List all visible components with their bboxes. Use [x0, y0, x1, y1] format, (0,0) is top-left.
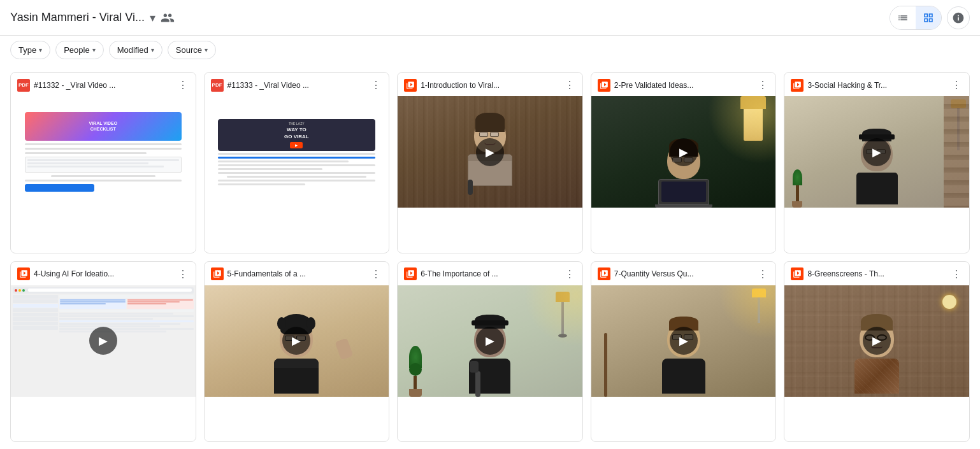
card-title: 4-Using AI For Ideatio... [34, 269, 114, 278]
card-title-row: 6-The Importance of ... [404, 267, 563, 280]
play-button[interactable]: ▶ [89, 327, 117, 355]
card-thumbnail: ▶ [591, 96, 776, 208]
card-ai-ideation[interactable]: 4-Using AI For Ideatio... ⋮ [10, 261, 196, 443]
card-menu-button[interactable]: ⋮ [950, 78, 963, 92]
card-header: 2-Pre Validated Ideas... ⋮ [591, 73, 776, 96]
filter-modified-arrow: ▾ [151, 46, 154, 53]
filter-people-arrow: ▾ [92, 46, 96, 53]
filter-type[interactable]: Type ▾ [10, 41, 50, 59]
card-thumbnail: THE LAZY WAY TO GO VIRAL ▶ [205, 96, 389, 208]
card-title: #11333 - _Viral Video ... [227, 81, 309, 90]
card-header: 1-Introduction to Viral... ⋮ [398, 73, 582, 96]
card-title: #11332 - _Viral Video ... [34, 81, 115, 90]
play-button[interactable]: ▶ [863, 138, 891, 166]
card-pre-validated[interactable]: 2-Pre Validated Ideas... ⋮ [591, 72, 777, 253]
play-button[interactable]: ▶ [282, 327, 310, 355]
card-menu-button[interactable]: ⋮ [370, 267, 382, 282]
card-title: 8-Greenscreens - Th... [807, 269, 884, 278]
card-header: 3-Social Hacking & Tr... ⋮ [784, 73, 969, 96]
card-menu-button[interactable]: ⋮ [756, 267, 769, 282]
card-thumbnail: ▶ [205, 285, 389, 397]
card-thumbnail: VIRAL VIDEOCHECKLIST [11, 96, 196, 208]
card-title-row: 2-Pre Validated Ideas... [598, 79, 757, 92]
filter-bar: Type ▾ People ▾ Modified ▾ Source ▾ [0, 36, 980, 67]
video-icon [791, 267, 803, 280]
view-toggle [890, 6, 942, 30]
card-title-row: PDF #11333 - _Viral Video ... [211, 79, 370, 92]
video-icon [791, 79, 803, 92]
header: Yasin Mammeri - Viral Vi... ▾ [0, 0, 980, 36]
list-view-button[interactable] [890, 6, 916, 29]
card-menu-button[interactable]: ⋮ [177, 78, 189, 92]
card-intro-viral[interactable]: 1-Introduction to Viral... ⋮ [397, 72, 583, 253]
filter-modified-label: Modified [117, 45, 148, 55]
play-button[interactable]: ▶ [863, 327, 891, 355]
video-icon [404, 79, 417, 92]
card-header: 7-Quantity Versus Qu... ⋮ [591, 262, 776, 285]
card-menu-button[interactable]: ⋮ [950, 267, 963, 282]
card-title: 1-Introduction to Viral... [421, 81, 500, 90]
files-grid: PDF #11332 - _Viral Video ... ⋮ VIRAL VI… [0, 67, 980, 447]
filter-type-arrow: ▾ [39, 46, 42, 53]
card-header: 4-Using AI For Ideatio... ⋮ [11, 262, 196, 285]
card-menu-button[interactable]: ⋮ [563, 267, 576, 282]
card-header: PDF #11333 - _Viral Video ... ⋮ [205, 73, 389, 96]
card-header: PDF #11332 - _Viral Video ... ⋮ [11, 73, 196, 96]
filter-people[interactable]: People ▾ [55, 41, 103, 59]
card-social-hacking[interactable]: 3-Social Hacking & Tr... ⋮ [784, 72, 970, 253]
video-icon [211, 267, 224, 280]
card-header: 6-The Importance of ... ⋮ [398, 262, 582, 285]
play-button[interactable]: ▶ [670, 138, 698, 166]
card-title-row: 7-Quantity Versus Qu... [598, 267, 757, 280]
card-thumbnail: ▶ [784, 96, 969, 208]
pdf-icon: PDF [211, 79, 224, 92]
card-menu-button[interactable]: ⋮ [563, 78, 576, 92]
play-button[interactable]: ▶ [670, 327, 698, 355]
card-thumbnail: ▶ [398, 96, 582, 208]
info-button[interactable] [947, 6, 970, 29]
shared-people-icon[interactable] [161, 11, 175, 25]
video-icon [598, 267, 610, 280]
header-right [890, 6, 970, 30]
card-title: 3-Social Hacking & Tr... [807, 81, 887, 90]
play-button[interactable]: ▶ [476, 138, 504, 166]
filter-people-label: People [64, 45, 89, 55]
card-title: 2-Pre Validated Ideas... [614, 81, 694, 90]
grid-view-button[interactable] [916, 6, 941, 29]
filter-source-label: Source [176, 45, 202, 55]
video-icon [598, 79, 610, 92]
filter-source-arrow: ▾ [205, 46, 208, 53]
card-header: 8-Greenscreens - Th... ⋮ [784, 262, 969, 285]
card-thumbnail: ▶ [11, 285, 196, 397]
card-menu-button[interactable]: ⋮ [177, 267, 189, 282]
card-thumbnail: ▶ [591, 285, 776, 397]
filter-source[interactable]: Source ▾ [168, 41, 216, 59]
card-thumbnail: ▶ [784, 285, 969, 397]
title-chevron-icon[interactable]: ▾ [150, 11, 155, 25]
pdf-icon: PDF [17, 79, 30, 92]
video-icon [404, 267, 417, 280]
card-greenscreens[interactable]: 8-Greenscreens - Th... ⋮ [784, 261, 970, 443]
card-quantity[interactable]: 7-Quantity Versus Qu... ⋮ [591, 261, 777, 443]
header-left: Yasin Mammeri - Viral Vi... ▾ [10, 11, 175, 25]
card-title: 6-The Importance of ... [421, 269, 498, 278]
card-title: 7-Quantity Versus Qu... [614, 269, 694, 278]
filter-modified[interactable]: Modified ▾ [109, 41, 162, 59]
card-title-row: 4-Using AI For Ideatio... [17, 267, 177, 280]
page-title: Yasin Mammeri - Viral Vi... [10, 11, 145, 24]
card-title-row: 1-Introduction to Viral... [404, 79, 563, 92]
card-fundamentals[interactable]: 5-Fundamentals of a ... ⋮ [204, 261, 390, 443]
card-title: 5-Fundamentals of a ... [227, 269, 306, 278]
card-header: 5-Fundamentals of a ... ⋮ [205, 262, 389, 285]
card-title-row: 5-Fundamentals of a ... [211, 267, 370, 280]
card-11333[interactable]: PDF #11333 - _Viral Video ... ⋮ THE LAZY… [204, 72, 390, 253]
play-button[interactable]: ▶ [476, 327, 504, 355]
card-menu-button[interactable]: ⋮ [370, 78, 382, 92]
card-title-row: 3-Social Hacking & Tr... [791, 79, 950, 92]
card-menu-button[interactable]: ⋮ [756, 78, 769, 92]
card-title-row: PDF #11332 - _Viral Video ... [17, 79, 177, 92]
card-importance[interactable]: 6-The Importance of ... ⋮ [397, 261, 583, 443]
video-icon [17, 267, 30, 280]
card-title-row: 8-Greenscreens - Th... [791, 267, 950, 280]
card-11332[interactable]: PDF #11332 - _Viral Video ... ⋮ VIRAL VI… [10, 72, 196, 253]
